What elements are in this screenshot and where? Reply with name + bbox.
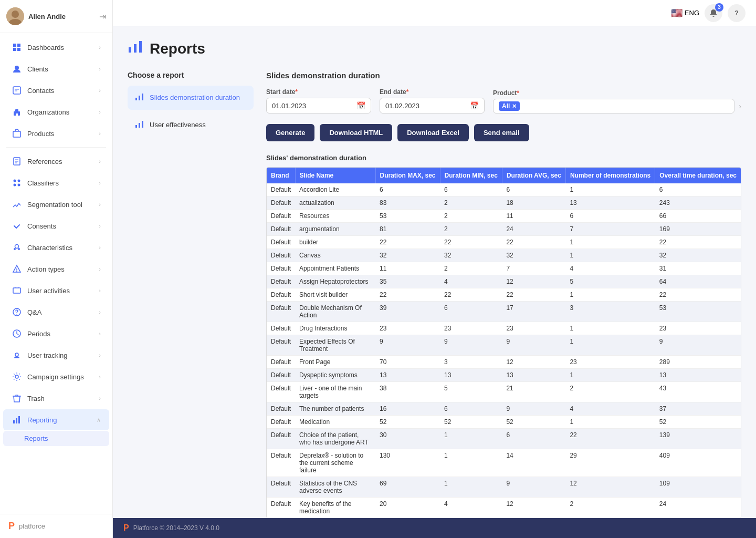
- table-cell: 7: [565, 223, 655, 236]
- table-cell: 6: [440, 302, 502, 322]
- calendar-icon[interactable]: 📅: [470, 101, 479, 110]
- sidebar-item-user-activities[interactable]: User activities ›: [3, 280, 109, 301]
- chevron-right-icon: ›: [99, 330, 101, 337]
- svg-point-10: [14, 180, 16, 182]
- user-activities-icon: [12, 285, 22, 296]
- svg-rect-8: [13, 131, 20, 137]
- table-cell: 2: [565, 498, 655, 518]
- table-cell: 22: [375, 288, 440, 302]
- sidebar-item-dashboards[interactable]: Dashboards ›: [3, 37, 109, 58]
- table-cell: 5: [565, 275, 655, 288]
- sidebar-item-user-tracking[interactable]: User tracking ›: [3, 345, 109, 366]
- sidebar-item-label: Characteristics: [27, 244, 72, 252]
- table-cell: 2: [440, 223, 502, 236]
- table-cell: 32: [655, 249, 741, 262]
- table-cell: 6: [565, 210, 655, 223]
- svg-rect-29: [129, 47, 131, 53]
- trash-icon: [12, 393, 22, 404]
- sidebar-item-segmentation[interactable]: Segmentation tool ›: [3, 194, 109, 215]
- product-expand-icon[interactable]: ›: [739, 102, 741, 110]
- table-cell: 11: [502, 210, 565, 223]
- table-cell: 32: [375, 249, 440, 262]
- page-content: Reports Choose a report Slides demonstra…: [113, 26, 756, 518]
- table-cell: 13: [655, 369, 741, 382]
- table-row: DefaultDrug Interactions232323123: [267, 322, 741, 335]
- report-icon: [135, 119, 144, 131]
- report-item-user-effectiveness[interactable]: User effectiveness: [128, 113, 254, 137]
- table-head: BrandSlide NameDuration MAX, secDuration…: [267, 168, 741, 183]
- send-email-button[interactable]: Send email: [474, 124, 529, 141]
- table-cell: 53: [375, 210, 440, 223]
- report-item-label: Slides demonstration duration: [150, 94, 240, 102]
- download-html-button[interactable]: Download HTML: [320, 124, 392, 141]
- table-cell: 243: [655, 196, 741, 210]
- table-cell: Resources: [295, 210, 375, 223]
- table-cell: Default: [267, 322, 295, 335]
- table-cell: 4: [565, 262, 655, 275]
- report-item-label: User effectiveness: [150, 121, 206, 130]
- sidebar-item-reporting[interactable]: Reporting ∧: [3, 409, 109, 430]
- sidebar-item-characteristics[interactable]: Characteristics ›: [3, 237, 109, 258]
- sidebar-item-qa[interactable]: Q&A ›: [3, 302, 109, 323]
- reports-left-panel: Choose a report Slides demonstration dur…: [128, 71, 254, 518]
- report-item-slides-demo[interactable]: Slides demonstration duration: [128, 86, 254, 110]
- table-row: DefaultLiver - one of the main targets38…: [267, 382, 741, 402]
- table-row: DefaultDeprelax® - solution to the curre…: [267, 449, 741, 477]
- svg-rect-28: [18, 416, 20, 423]
- product-tag-remove[interactable]: ✕: [512, 103, 517, 110]
- language-selector[interactable]: 🇺🇸 ENG: [671, 7, 699, 19]
- calendar-icon[interactable]: 📅: [356, 101, 365, 110]
- sidebar-item-campaign-settings[interactable]: Campaign settings ›: [3, 366, 109, 387]
- table-cell: Default: [267, 382, 295, 402]
- logout-icon[interactable]: ⇥: [99, 12, 106, 22]
- table-cell: 12: [502, 275, 565, 288]
- sidebar-subitem-reports[interactable]: Reports: [3, 431, 109, 446]
- table-header-cell: Overall time duration, sec: [655, 168, 741, 183]
- sidebar-item-classifiers[interactable]: Classifiers ›: [3, 172, 109, 193]
- sidebar-item-action-types[interactable]: Action types ›: [3, 258, 109, 280]
- table-cell: Default: [267, 429, 295, 449]
- dashboards-icon: [12, 42, 22, 53]
- sidebar-item-periods[interactable]: Periods ›: [3, 323, 109, 344]
- table-cell: 37: [655, 402, 741, 416]
- app-footer: P Platforce © 2014–2023 V 4.0.0: [113, 518, 756, 538]
- svg-point-1: [12, 11, 19, 18]
- table-cell: 1: [565, 183, 655, 196]
- table-cell: argumentation: [295, 223, 375, 236]
- start-date-input[interactable]: 01.01.2023 📅: [266, 98, 371, 113]
- help-button[interactable]: ?: [728, 4, 746, 22]
- sidebar-item-references[interactable]: References ›: [3, 151, 109, 172]
- sidebar-item-organizations[interactable]: Organizations ›: [3, 101, 109, 122]
- table-cell: 1: [440, 477, 502, 498]
- svg-point-24: [15, 353, 18, 356]
- table-cell: Default: [267, 402, 295, 416]
- sidebar-item-products[interactable]: Products ›: [3, 123, 109, 144]
- sidebar-item-label: Dashboards: [27, 44, 64, 51]
- table-cell: 2: [440, 196, 502, 210]
- table-cell: 130: [375, 449, 440, 477]
- table-cell: 52: [502, 416, 565, 429]
- sidebar-item-contacts[interactable]: Contacts ›: [3, 80, 109, 101]
- table-cell: 1: [440, 429, 502, 449]
- sidebar-item-consents[interactable]: Consents ›: [3, 215, 109, 236]
- svg-rect-26: [13, 420, 15, 423]
- download-excel-button[interactable]: Download Excel: [397, 124, 469, 141]
- table-cell: Default: [267, 210, 295, 223]
- product-select[interactable]: All ✕: [493, 99, 734, 113]
- table-cell: The number of patients: [295, 402, 375, 416]
- table-cell: 23: [655, 322, 741, 335]
- table-cell: 52: [655, 416, 741, 429]
- sidebar-item-trash[interactable]: Trash ›: [3, 388, 109, 409]
- table-cell: 31: [655, 262, 741, 275]
- sidebar-item-clients[interactable]: Clients ›: [3, 58, 109, 79]
- product-group: Product* All ✕ ›: [493, 89, 741, 113]
- sidebar-item-label: Action types: [27, 265, 65, 273]
- generate-button[interactable]: Generate: [266, 124, 314, 141]
- end-date-value: 01.02.2023: [385, 102, 466, 110]
- table-cell: Default: [267, 335, 295, 356]
- notifications-button[interactable]: 3: [705, 4, 722, 22]
- end-date-input[interactable]: 01.02.2023 📅: [380, 98, 485, 113]
- chevron-right-icon: ›: [99, 130, 101, 137]
- footer-copyright: Platforce © 2014–2023 V 4.0.0: [133, 524, 219, 532]
- table-cell: 23: [375, 322, 440, 335]
